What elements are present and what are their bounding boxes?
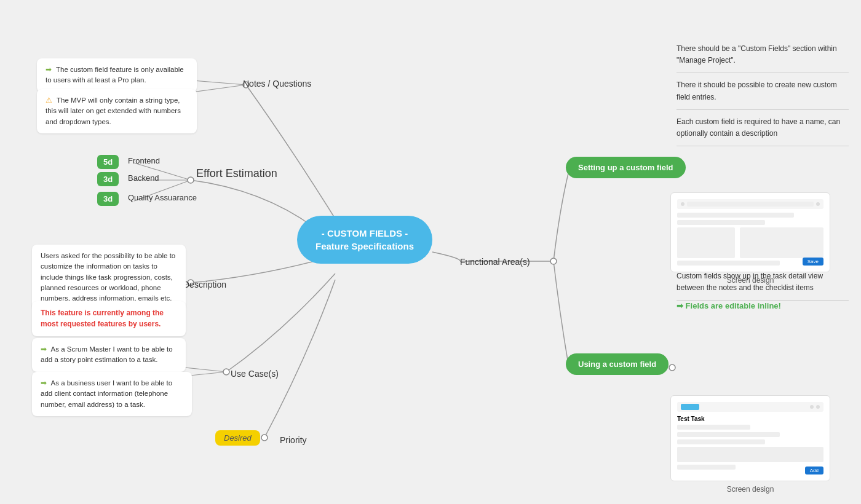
right-panel-upper: There should be a "Custom Fields" sectio… (676, 43, 849, 152)
description-red-note: This feature is currently among the most… (32, 301, 186, 336)
central-line1: - CUSTOM FIELDS - (322, 228, 408, 238)
fields-editable-note: ➡ Fields are editable inline! (676, 301, 849, 315)
backend-label: Backend (128, 173, 159, 183)
frontend-badge: 5d (97, 155, 119, 169)
usecase2-note: ➡ As a business user I want to be able t… (32, 372, 192, 416)
frontend-label: Frontend (128, 156, 160, 165)
description-label: Description (183, 280, 226, 289)
setting-up-button[interactable]: Setting up a custom field (566, 157, 686, 178)
qa-label: Quality Assuarance (128, 193, 197, 202)
pro-plan-note: ➡ The custom field feature is only avail… (37, 58, 197, 92)
mockup-blue-btn-1: Save (803, 258, 823, 266)
screen-mockup-2: Test Task Add Screen design (670, 390, 830, 494)
svg-point-15 (261, 435, 268, 441)
screen-label-2: Screen design (670, 485, 830, 494)
usecase1-note: ➡ As a Scrum Master I want to be able to… (32, 338, 186, 372)
mockup-blue-btn-2: Add (805, 467, 823, 474)
notes-label: Notes / Questions (243, 79, 311, 89)
svg-point-10 (669, 364, 675, 371)
effort-label: Effort Estimation (196, 167, 277, 180)
svg-point-11 (188, 177, 194, 183)
qa-badge: 3d (97, 192, 119, 206)
rp-inline-note: Custom fields show up in the task detail… (676, 270, 849, 301)
description-main-note: Users asked for the possibility to be ab… (32, 245, 186, 310)
svg-point-14 (223, 369, 229, 375)
svg-point-16 (550, 258, 557, 264)
rp-note2: There it should be possible to create ne… (676, 79, 849, 109)
rp-note1: There should be a "Custom Fields" sectio… (676, 43, 849, 73)
priority-label: Priority (280, 435, 307, 445)
usecase-label: Use Case(s) (231, 369, 279, 379)
priority-badge: Desired (215, 430, 260, 446)
central-node: - CUSTOM FIELDS - Feature Specifications (297, 216, 432, 264)
functional-label: Functional Area(s) (460, 257, 530, 267)
central-line2: Feature Specifications (315, 241, 414, 251)
rp-note3: Each custom field is required to have a … (676, 116, 849, 146)
using-custom-field-button[interactable]: Using a custom field (566, 353, 669, 375)
mvp-note: ⚠ The MVP will only contain a string typ… (37, 89, 197, 133)
backend-badge: 3d (97, 172, 119, 186)
